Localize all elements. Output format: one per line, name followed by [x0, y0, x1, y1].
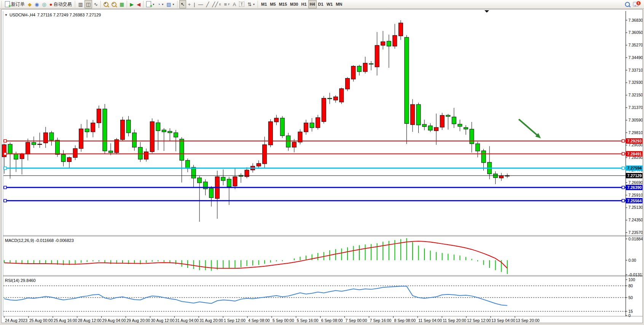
mag-plus-icon: +	[104, 2, 108, 7]
text-button[interactable]: A	[231, 0, 238, 8]
signals-button[interactable]: ◎	[40, 0, 48, 8]
text-label-button[interactable]: T	[238, 0, 246, 8]
pivot-line-left-handle[interactable]	[4, 167, 6, 170]
candlestick-button[interactable]: ◫	[84, 0, 92, 8]
candle	[286, 136, 290, 147]
time-axis-label: 5 Sep 16:00	[297, 318, 319, 323]
time-axis-label: 31 Aug 20:00	[199, 318, 223, 323]
templates-button[interactable]: ▨▾	[165, 0, 175, 8]
candle	[375, 45, 379, 67]
resistance-line-2-right-handle[interactable]	[622, 152, 625, 155]
chart-menu-arrow-icon[interactable]: ▼	[5, 13, 8, 17]
candle	[304, 123, 308, 132]
horizontal-line-button[interactable]: —	[196, 0, 204, 8]
chevron-down-icon[interactable]: ▾	[162, 3, 163, 6]
timeframe-m15-button[interactable]: M15	[277, 0, 289, 8]
toolbar-grip[interactable]	[177, 1, 179, 7]
candle	[162, 130, 166, 132]
price-axis-label: 7.25130	[628, 205, 642, 210]
price-axis-label: 7.34490	[628, 55, 642, 60]
rsi-axis-label: 0	[628, 313, 631, 318]
pivot-line-right-handle[interactable]	[622, 167, 625, 170]
zoom-out-button[interactable]: −	[110, 0, 118, 8]
arrows-button[interactable]: ⇅▾	[246, 0, 256, 8]
toolbar-grip[interactable]	[74, 1, 76, 7]
price-chart-canvas[interactable]: 7.368307.360507.352707.344907.337107.329…	[2, 10, 642, 323]
candle	[351, 66, 355, 79]
fibonacci-button[interactable]: ≡F	[223, 0, 231, 8]
candle	[316, 118, 320, 128]
cloud-icon-icon: ◉	[35, 2, 39, 7]
chat-button[interactable]: 1	[631, 0, 640, 8]
rsi-axis-label: 50	[628, 295, 633, 300]
bar-chart-button[interactable]: ▥	[77, 0, 84, 8]
trend-icon: ╱	[206, 2, 209, 7]
styles-button[interactable]: ◆	[26, 0, 33, 8]
resistance-line-2-price-badge-label: 7.28491	[627, 152, 642, 156]
cursor-button[interactable]: ↖	[179, 0, 187, 8]
candle	[280, 118, 284, 136]
resistance-line-1-left-handle[interactable]	[4, 139, 6, 142]
textA-icon: A	[233, 2, 236, 7]
timeframe-m5-button[interactable]: M5	[268, 0, 277, 8]
trendline-button[interactable]: ╱	[204, 0, 210, 8]
vertical-line-button[interactable]: |	[192, 0, 196, 8]
resistance-line-1-right-handle[interactable]	[622, 139, 625, 142]
play-icon: ▶	[130, 2, 134, 7]
vline-icon: |	[194, 2, 195, 7]
toolbar-grip[interactable]	[257, 1, 259, 7]
new-order-button[interactable]: 新订单	[3, 0, 26, 8]
timeframe-h1-button[interactable]: H1	[300, 0, 308, 8]
candle	[310, 123, 314, 128]
trend-arrow-annotation[interactable]	[519, 119, 538, 136]
channel-button[interactable]: ╱╱E	[210, 0, 222, 8]
signal-icon-icon: ◎	[42, 2, 46, 7]
candle	[340, 89, 344, 102]
chevron-down-icon[interactable]: ▾	[253, 3, 255, 6]
candle	[221, 177, 225, 181]
auto-trading-button[interactable]: ●自动交易	[48, 0, 73, 8]
timeframe-d1-button[interactable]: D1	[317, 0, 325, 8]
indicators-button[interactable]: ▾	[145, 0, 156, 8]
tile-windows-button[interactable]: ▦	[118, 0, 126, 8]
line-chart-button[interactable]: ∿	[92, 0, 99, 8]
candle	[345, 78, 349, 89]
template-icon: ▨	[166, 2, 171, 7]
timeframe-h4-button[interactable]: H4	[308, 0, 317, 8]
support-line-1-left-handle[interactable]	[4, 186, 6, 189]
crosshair-button[interactable]: +	[186, 0, 192, 8]
candle	[209, 188, 214, 198]
candle	[168, 131, 172, 133]
zoom-in-button[interactable]: +	[102, 0, 110, 8]
timeframe-mn-button[interactable]: MN	[334, 0, 344, 8]
toolbar-separator	[100, 1, 101, 8]
auto-scroll-button[interactable]: ▶	[128, 0, 135, 8]
resistance-line-2-left-handle[interactable]	[4, 152, 6, 155]
market-button[interactable]: ◉	[33, 0, 40, 8]
chart-shift-marker-icon[interactable]	[485, 10, 489, 13]
candle	[328, 98, 332, 99]
chart-window[interactable]: 7.368307.360507.352707.344907.337107.329…	[1, 9, 643, 323]
timeframe-m1-button[interactable]: M1	[260, 0, 268, 8]
chevron-down-icon[interactable]: ▾	[153, 3, 154, 6]
rsi-line	[4, 286, 507, 306]
chart-shift-button[interactable]: ◀	[135, 0, 142, 8]
search-button[interactable]	[623, 0, 631, 8]
timeframe-m30-button[interactable]: M30	[289, 0, 300, 8]
timeframe-w1-button[interactable]: W1	[325, 0, 335, 8]
candle	[464, 128, 468, 129]
candle	[369, 64, 373, 64]
chevron-down-icon[interactable]: ▾	[173, 3, 174, 6]
support-line-2-right-handle[interactable]	[622, 199, 625, 202]
periods-button[interactable]: ◔▾	[156, 0, 165, 8]
tile-icon: ▦	[120, 2, 124, 7]
rsi-name: RSI(14)	[5, 278, 19, 283]
candle	[263, 145, 267, 164]
channel-icon: ╱╱	[212, 2, 218, 7]
price-axis-label: 7.36830	[628, 18, 642, 22]
support-line-1-right-handle[interactable]	[622, 186, 625, 189]
candle	[180, 139, 184, 160]
support-line-2-left-handle[interactable]	[4, 199, 6, 202]
timeframe-label: M30	[290, 2, 298, 6]
toolbar-grip[interactable]	[1, 1, 3, 7]
